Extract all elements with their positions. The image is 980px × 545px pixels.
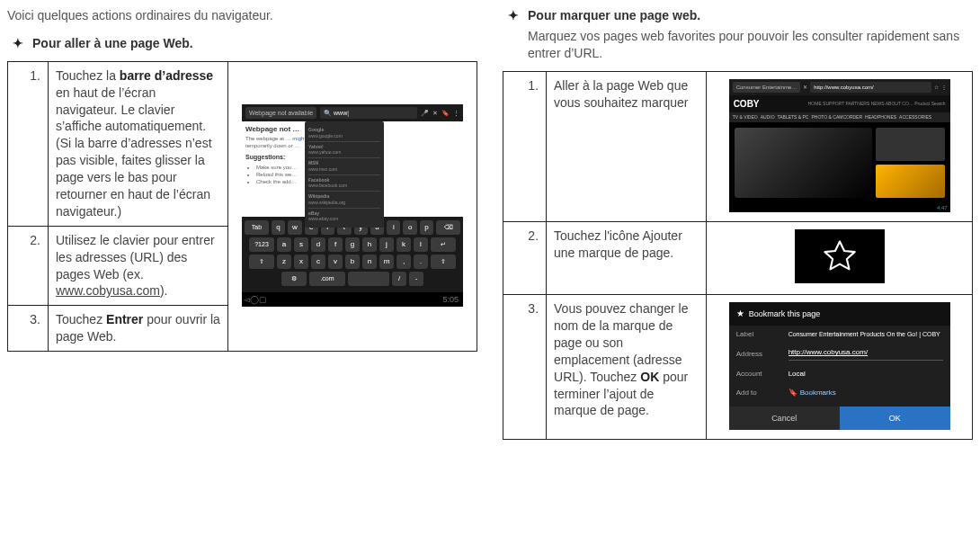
key-settings[interactable]: ⚙ xyxy=(281,272,307,286)
nav-back-icon[interactable]: ◅ xyxy=(244,294,250,305)
key[interactable]: m xyxy=(379,255,394,269)
section-title-bookmark: Pour marquer une page web. xyxy=(528,7,973,24)
suggestion-item[interactable]: MSNwww.msn.com xyxy=(308,158,380,175)
step-image-bookmark-dialog: Bookmark this page Label Consumer Entert… xyxy=(707,295,973,440)
step-number: 3. xyxy=(503,295,547,440)
key-dash[interactable]: - xyxy=(409,272,423,286)
key[interactable]: c xyxy=(311,255,325,269)
mock-coby-site: Consumer Entertainme… ✕ http://www.cobyu… xyxy=(729,79,950,212)
close-icon[interactable]: ✕ xyxy=(432,109,438,117)
browser-top-bar: Webpage not available 🔍 www| 🎤 ✕ 🔖 ⋮ xyxy=(242,104,463,121)
section-subtitle-bookmark: Marquez vos pages web favorites pour pou… xyxy=(528,28,973,62)
key-backspace[interactable]: ⌫ xyxy=(436,220,460,235)
key-space[interactable] xyxy=(348,272,389,286)
page: Voici quelques actions ordinaires du nav… xyxy=(7,7,973,440)
key[interactable]: z xyxy=(277,255,291,269)
step-text: Vous pouvez changer le nom de la marque … xyxy=(547,295,707,440)
key[interactable]: l xyxy=(414,237,428,252)
dialog-account-value[interactable]: Local xyxy=(788,370,943,380)
key-com[interactable]: .com xyxy=(309,272,345,286)
intro-text: Voici quelques actions ordinaires du nav… xyxy=(7,7,477,24)
bookmark-icon[interactable]: 🔖 xyxy=(441,109,450,117)
key[interactable]: i xyxy=(387,220,400,235)
close-icon[interactable]: ✕ xyxy=(803,84,807,91)
dialog-address-label: Address xyxy=(736,350,780,360)
key[interactable]: s xyxy=(294,237,308,252)
key-shift[interactable]: ⇧ xyxy=(249,255,274,269)
browser-tab[interactable]: Webpage not available xyxy=(245,107,316,119)
overflow-menu-icon[interactable]: ⋮ xyxy=(453,109,459,117)
status-clock: 5:05 xyxy=(440,294,461,305)
step-text: Touchez l'icône Ajouter une marque de pa… xyxy=(547,222,707,295)
suggestion-item[interactable]: eBaywww.ebay.com xyxy=(308,209,380,225)
nav-item[interactable]: TABLETS & PC xyxy=(778,114,809,121)
nav-item[interactable]: TV & VIDEO xyxy=(733,114,758,121)
onscreen-keyboard: Tab q w e r t y u i o p xyxy=(242,217,463,292)
overflow-menu-icon[interactable]: ⋮ xyxy=(941,84,947,91)
search-icon: 🔍 xyxy=(324,110,334,116)
key-slash[interactable]: / xyxy=(392,272,406,286)
nav-item[interactable]: HEADPHONES xyxy=(865,114,896,121)
key[interactable]: d xyxy=(311,237,325,252)
key[interactable]: o xyxy=(403,220,416,235)
nav-item[interactable]: PHOTO & CAMCORDER xyxy=(811,114,862,121)
key-symbols[interactable]: ?123 xyxy=(249,237,274,252)
mic-icon[interactable]: 🎤 xyxy=(421,109,429,117)
ok-button[interactable]: OK xyxy=(840,407,950,430)
key[interactable]: v xyxy=(328,255,343,269)
dialog-account-label: Account xyxy=(736,370,780,380)
bookmark-dialog: Bookmark this page Label Consumer Entert… xyxy=(729,302,950,430)
key-enter[interactable]: ↵ xyxy=(431,237,456,252)
key[interactable]: j xyxy=(379,237,394,252)
site-hero xyxy=(729,122,950,203)
step-text: Touchez la barre d’adresse en haut de l’… xyxy=(49,61,228,226)
dialog-addto-value[interactable]: Bookmarks xyxy=(788,389,943,398)
step-text: Touchez Entrer pour ouvrir la page Web. xyxy=(49,306,228,352)
dialog-title: Bookmark this page xyxy=(729,302,950,326)
key[interactable]: , xyxy=(396,255,411,269)
dialog-address-value[interactable]: http://www.cobyusa.com/ xyxy=(788,348,943,361)
key[interactable]: p xyxy=(420,220,433,235)
cancel-button[interactable]: Cancel xyxy=(729,407,840,430)
key-tab[interactable]: Tab xyxy=(245,220,269,235)
site-header: COBY HOME SUPPORT PARTNERS NEWS ABOUT CO… xyxy=(729,95,950,113)
nav-item[interactable]: AUDIO xyxy=(761,114,775,121)
suggestion-item[interactable]: Facebookwww.facebook.com xyxy=(308,175,380,192)
suggestion-item[interactable]: Yahoo!www.yahoo.com xyxy=(308,142,380,159)
suggestion-item[interactable]: Wikipediawww.wikipedia.org xyxy=(308,192,380,209)
address-bar[interactable]: 🔍 www| xyxy=(320,107,417,119)
key[interactable]: h xyxy=(362,237,377,252)
key[interactable]: b xyxy=(345,255,360,269)
key[interactable]: a xyxy=(277,237,291,252)
key[interactable]: f xyxy=(328,237,343,252)
step-number: 2. xyxy=(503,222,547,295)
right-column: Pour marquer une page web. Marquez vos p… xyxy=(503,7,973,440)
dialog-label-value[interactable]: Consumer Entertainment Products On the G… xyxy=(788,330,943,338)
hero-tablet-image xyxy=(735,128,872,198)
mock-browser: Webpage not available 🔍 www| 🎤 ✕ 🔖 ⋮ Web… xyxy=(242,104,463,308)
steps-table-right: 1. Aller à la page Web que vous souhaite… xyxy=(503,71,973,440)
key[interactable]: w xyxy=(288,220,301,235)
key-shift[interactable]: ⇧ xyxy=(431,255,456,269)
step-number: 3. xyxy=(8,306,49,352)
step-text: Aller à la page Web que vous souhaitez m… xyxy=(547,71,707,221)
nav-home-icon[interactable]: ◯ xyxy=(250,294,259,305)
bookmark-star-icon[interactable]: ☆ xyxy=(934,84,939,91)
hero-tile xyxy=(876,165,945,198)
key[interactable]: q xyxy=(272,220,285,235)
android-nav-bar: 4:47 xyxy=(729,203,950,212)
nav-item[interactable]: ACCESSORIES xyxy=(899,114,931,121)
hero-tile xyxy=(876,128,945,161)
key[interactable]: x xyxy=(294,255,308,269)
key[interactable]: k xyxy=(396,237,411,252)
nav-recent-icon[interactable]: ▢ xyxy=(259,294,267,305)
suggestion-item[interactable]: Googlewww.google.com xyxy=(308,125,380,142)
key[interactable]: . xyxy=(414,255,428,269)
browser-tab[interactable]: Consumer Entertainme… xyxy=(733,82,801,93)
address-bar[interactable]: http://www.cobyusa.com/ xyxy=(810,82,931,93)
site-top-links: HOME SUPPORT PARTNERS NEWS ABOUT CO… Pro… xyxy=(808,101,946,107)
key[interactable]: g xyxy=(345,237,360,252)
browser-top-bar: Consumer Entertainme… ✕ http://www.cobyu… xyxy=(729,79,950,95)
key[interactable]: n xyxy=(362,255,377,269)
steps-table-left: 1. Touchez la barre d’adresse en haut de… xyxy=(7,61,477,352)
